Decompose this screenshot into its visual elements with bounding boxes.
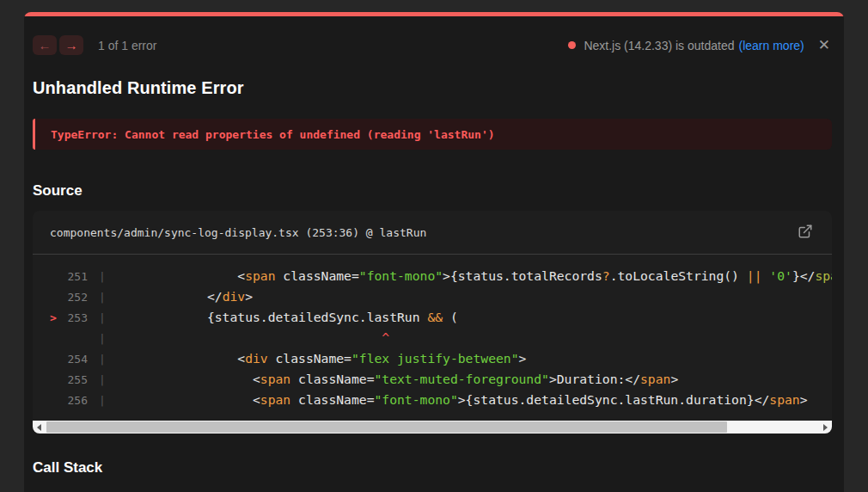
- code-line: 251| <span className="font-mono">{status…: [33, 266, 832, 286]
- code-text: <span className="text-muted-foreground">…: [116, 372, 678, 386]
- error-nav-buttons: ← →: [33, 35, 83, 55]
- line-number: 255: [64, 370, 88, 391]
- code-line: >253| {status.detailedSync.lastRun && (: [33, 307, 832, 328]
- code-line: 254| <div className="flex justify-betwee…: [33, 348, 832, 369]
- scrollbar-thumb[interactable]: [46, 421, 727, 433]
- version-notice: Next.js (14.2.33) is outdated (learn mor…: [568, 36, 832, 54]
- line-number: 252: [64, 287, 88, 308]
- error-message: TypeError: Cannot read properties of und…: [51, 128, 495, 141]
- code-line: 255| <span className="text-muted-foregro…: [33, 369, 832, 390]
- error-accent-bar: [24, 12, 844, 16]
- external-link-icon: [798, 224, 813, 242]
- line-marker-spacer: [50, 349, 64, 370]
- gutter-divider: |: [99, 311, 106, 324]
- scroll-left-button[interactable]: [33, 421, 46, 434]
- close-overlay-button[interactable]: ✕: [816, 36, 832, 54]
- code-frame-header: components/admin/sync-log-display.tsx (2…: [33, 211, 832, 255]
- line-number: 253: [64, 308, 88, 329]
- active-line-marker-icon: >: [50, 308, 64, 329]
- line-number: 256: [64, 391, 88, 410]
- line-marker-spacer: [50, 329, 64, 349]
- scroll-right-arrow-icon: [823, 424, 828, 431]
- error-title: Unhandled Runtime Error: [33, 78, 832, 98]
- source-file-location: components/admin/sync-log-display.tsx (2…: [50, 226, 426, 239]
- call-stack-heading: Call Stack: [33, 459, 832, 477]
- line-marker-spacer: [50, 370, 64, 391]
- code-line: 256| <span className="font-mono">{status…: [33, 390, 832, 410]
- left-arrow-icon: ←: [39, 39, 52, 52]
- error-count-label: 1 of 1 error: [98, 39, 156, 52]
- line-number: 251: [64, 267, 88, 287]
- gutter-divider: |: [99, 291, 106, 304]
- error-message-box: TypeError: Cannot read properties of und…: [33, 119, 832, 150]
- scroll-right-button[interactable]: [819, 421, 832, 434]
- scrollbar-track[interactable]: [46, 421, 819, 434]
- code-lines: 251| <span className="font-mono">{status…: [33, 255, 832, 410]
- line-marker-spacer: [50, 287, 64, 308]
- line-marker-spacer: [50, 267, 64, 287]
- horizontal-scrollbar[interactable]: [33, 421, 832, 434]
- page-backdrop: ← → 1 of 1 error Next.js (14.2.33) is ou…: [0, 0, 868, 492]
- source-heading: Source: [33, 182, 832, 200]
- code-text: <span className="font-mono">{status.deta…: [116, 392, 808, 407]
- code-text: {status.detailedSync.lastRun && (: [116, 310, 458, 324]
- learn-more-link[interactable]: (learn more): [739, 39, 804, 52]
- code-text: ^: [116, 330, 389, 345]
- gutter-divider: |: [99, 270, 106, 283]
- close-icon: ✕: [818, 37, 830, 53]
- gutter-divider: |: [99, 332, 106, 345]
- code-text: <div className="flex justify-between">: [116, 351, 527, 366]
- gutter-divider: |: [99, 353, 106, 366]
- right-arrow-icon: →: [65, 39, 78, 52]
- open-in-editor-button[interactable]: [798, 224, 813, 242]
- next-error-button[interactable]: →: [59, 35, 83, 55]
- source-code-frame: components/admin/sync-log-display.tsx (2…: [33, 211, 832, 434]
- line-number: 254: [64, 349, 88, 370]
- code-text: </div>: [116, 289, 253, 304]
- code-line: | ^: [33, 328, 832, 348]
- error-pagination: ← → 1 of 1 error: [33, 35, 156, 55]
- overlay-toolbar: ← → 1 of 1 error Next.js (14.2.33) is ou…: [33, 35, 832, 55]
- previous-error-button[interactable]: ←: [33, 35, 57, 55]
- gutter-divider: |: [99, 373, 106, 386]
- version-outdated-label: Next.js (14.2.33) is outdated: [584, 39, 734, 52]
- code-text: <span className="font-mono">{status.tota…: [116, 268, 832, 283]
- nextjs-error-overlay-dialog: ← → 1 of 1 error Next.js (14.2.33) is ou…: [24, 12, 844, 492]
- code-line: 252| </div>: [33, 286, 832, 307]
- gutter-divider: |: [99, 394, 106, 407]
- line-marker-spacer: [50, 391, 64, 410]
- scroll-left-arrow-icon: [37, 424, 41, 431]
- outdated-status-dot-icon: [568, 41, 576, 49]
